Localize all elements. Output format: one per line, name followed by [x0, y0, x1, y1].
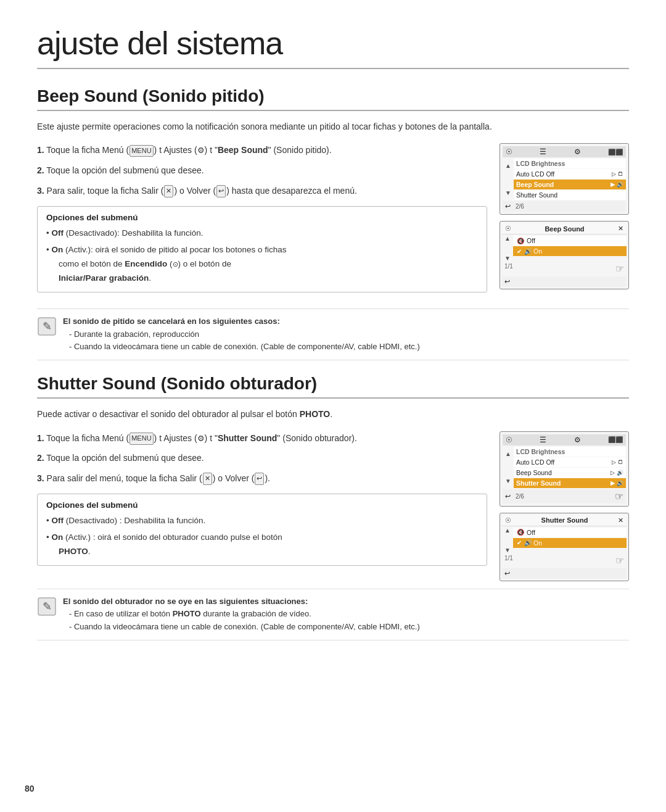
- beep-step-3: 3. Para salir, toque la ficha Salir (✕) …: [37, 184, 487, 197]
- hand-cursor-s1: ☞: [615, 491, 623, 502]
- back-icon-s: ↩: [255, 473, 264, 485]
- shutter-submenu-item-off: • Off (Desactivado) : Deshabilita la fun…: [46, 514, 478, 528]
- beep-submenu-item-off: • Off (Desactivado): Deshabilita la func…: [46, 226, 478, 241]
- beep-sound-row-s[interactable]: Beep Sound ▷ 🔊: [514, 468, 626, 478]
- beep-back-row-1: ↩ 2/6: [503, 201, 626, 212]
- check-icon: ✔: [517, 248, 522, 255]
- up-arrow-s1[interactable]: ▲: [505, 451, 511, 457]
- shutter-off-option[interactable]: 🔇 Off: [513, 528, 627, 537]
- shutter-submenu-item-on: • On (Activ.) : oirá el sonido del obtur…: [46, 531, 478, 559]
- beep-on-option[interactable]: ✔ 🔊 On: [513, 246, 627, 256]
- beep-sound-label: Beep Sound: [545, 225, 584, 233]
- shutter-count-1: 2/6: [513, 492, 527, 500]
- beep-sound-section: Beep Sound (Sonido pitido) Este ajuste p…: [37, 86, 629, 360]
- shutter-submenu-box: Opciones del submenú • Off (Desactivado)…: [37, 494, 487, 566]
- exit-icon-s: ✕: [203, 473, 212, 485]
- shutter-submenu-title: Opciones del submenú: [46, 500, 478, 510]
- page-title: ajuste del sistema: [37, 25, 629, 69]
- svg-text:✎: ✎: [43, 320, 52, 333]
- extra-icon: ⬛⬛: [608, 149, 623, 155]
- beep-ui-arrows-1: ▲ ▼: [503, 159, 514, 201]
- beep-step-1: 1. Toque la ficha Menú (MENU) t Ajustes …: [37, 143, 487, 157]
- beep-ui-arrows-2: ▲ ▼: [502, 236, 513, 262]
- beep-ui-header-1: ☉ ☰ ⚙ ⬛⬛: [503, 146, 626, 157]
- back-arrow-icon-s1: ↩: [505, 492, 511, 500]
- beep-sound-row[interactable]: Beep Sound ▶ 🔊: [514, 180, 626, 189]
- shutter-sound-steps: 1. Toque la ficha Menú (MENU) t Ajustes …: [37, 431, 487, 486]
- shutter-step-1: 1. Toque la ficha Menú (MENU) t Ajustes …: [37, 431, 487, 445]
- up-arrow-s2[interactable]: ▲: [504, 528, 511, 534]
- shutter-sound-content: 1. Toque la ficha Menú (MENU) t Ajustes …: [37, 431, 629, 581]
- shutter-note-item-2: - Cuando la videocámara tiene un cable d…: [63, 621, 420, 634]
- up-arrow-2[interactable]: ▲: [504, 236, 511, 242]
- shutter-sound-text: 1. Toque la ficha Menú (MENU) t Ajustes …: [37, 431, 487, 574]
- shutter-step-3: 3. Para salir del menú, toque la ficha S…: [37, 471, 487, 485]
- back-icon: ↩: [216, 185, 226, 197]
- lcd-brightness-row[interactable]: LCD Brightness: [514, 159, 626, 168]
- auto-lcd-off-row[interactable]: Auto LCD Off ▷ 🗒: [514, 169, 626, 179]
- off-icon: 🔇: [517, 238, 524, 244]
- shutter-sound-label: Shutter Sound: [541, 516, 588, 524]
- settings-icon-s: ⚙: [197, 434, 205, 443]
- beep-note-item-1: - Durante la grabación, reproducción: [63, 328, 420, 341]
- up-arrow[interactable]: ▲: [505, 163, 511, 169]
- check-icon-s: ✔: [517, 539, 522, 546]
- shutter-sound-screenshots: ☉ ☰ ⚙ ⬛⬛ ▲ ▼ LCD Brightness: [500, 431, 629, 581]
- close-icon-s[interactable]: ✕: [618, 516, 623, 524]
- shutter-on-option[interactable]: ✔ 🔊 On: [513, 538, 627, 548]
- down-arrow-2[interactable]: ▼: [504, 255, 511, 262]
- shutter-note-item-1: - En caso de utilizar el botón PHOTO dur…: [63, 608, 420, 621]
- shutter-ui-header-1: ☉ ☰ ⚙ ⬛⬛: [503, 434, 626, 445]
- hand-cursor-s2: ☞: [615, 555, 624, 566]
- menu-icon: MENU: [130, 145, 153, 157]
- camera-icon-s2: ☉: [505, 516, 511, 524]
- settings-tab-icon: ⚙: [574, 147, 581, 156]
- back-arrow-icon-s2: ↩: [504, 570, 510, 578]
- shutter-back-row-2: ↩: [502, 568, 627, 579]
- shutter-sound-row[interactable]: Shutter Sound: [514, 190, 626, 200]
- shutter-sound-description: Puede activar o desactivar el sonido del…: [37, 407, 629, 421]
- svg-text:✎: ✎: [43, 600, 52, 613]
- off-icon-s: 🔇: [517, 529, 524, 536]
- exit-icon: ✕: [164, 185, 173, 197]
- note-icon-s: ✎: [37, 597, 57, 616]
- shutter-note-text: El sonido del obturador no se oye en las…: [63, 595, 420, 634]
- beep-sound-content: 1. Toque la ficha Menú (MENU) t Ajustes …: [37, 143, 629, 300]
- close-icon[interactable]: ✕: [618, 225, 623, 233]
- beep-note-item-2: - Cuando la videocámara tiene un cable d…: [63, 341, 420, 354]
- shutter-note-box: ✎ El sonido del obturador no se oye en l…: [37, 589, 629, 640]
- down-arrow-s1[interactable]: ▼: [505, 478, 511, 484]
- beep-menu-rows-1: LCD Brightness Auto LCD Off ▷ 🗒 Beep Sou…: [514, 159, 626, 201]
- on-label-s: 🔊: [524, 539, 532, 546]
- shutter-submenu-header: ☉ Shutter Sound ✕: [502, 515, 627, 526]
- auto-lcd-off-row-s[interactable]: Auto LCD Off ▷ 🗒: [514, 457, 626, 467]
- note-icon: ✎: [37, 317, 57, 336]
- camera-icon: ☉: [506, 147, 512, 156]
- lcd-brightness-row-s[interactable]: LCD Brightness: [514, 447, 626, 457]
- beep-sound-text: 1. Toque la ficha Menú (MENU) t Ajustes …: [37, 143, 487, 300]
- shutter-ui-arrows-2: ▲ ▼: [502, 528, 513, 553]
- beep-submenu-title: Opciones del submenú: [46, 213, 478, 222]
- beep-note-text: El sonido de pitido se cancelará en los …: [63, 315, 420, 354]
- beep-ui-screen-2: ☉ Beep Sound ✕ ▲ ▼ 🔇 Off: [500, 221, 629, 289]
- shutter-sound-row-s[interactable]: Shutter Sound ▶ 🔊: [514, 478, 626, 488]
- beep-sound-steps: 1. Toque la ficha Menú (MENU) t Ajustes …: [37, 143, 487, 197]
- menu-icon-s: MENU: [130, 433, 153, 445]
- shutter-sound-section: Shutter Sound (Sonido obturador) Puede a…: [37, 374, 629, 640]
- beep-submenu-header: ☉ Beep Sound ✕: [502, 223, 627, 234]
- down-arrow-s2[interactable]: ▼: [504, 547, 511, 553]
- beep-sound-screenshots: ☉ ☰ ⚙ ⬛⬛ ▲ ▼ LCD Brightness: [500, 143, 629, 289]
- back-arrow-icon: ↩: [505, 202, 511, 210]
- shutter-page-count: 1/1: [504, 555, 513, 566]
- page-number: 80: [25, 784, 35, 793]
- shutter-options: 🔇 Off ✔ 🔊 On: [513, 528, 627, 553]
- shutter-ui-screen-1: ☉ ☰ ⚙ ⬛⬛ ▲ ▼ LCD Brightness: [500, 431, 629, 507]
- beep-ui-screen-1: ☉ ☰ ⚙ ⬛⬛ ▲ ▼ LCD Brightness: [500, 143, 629, 215]
- extra-icon-s: ⬛⬛: [608, 436, 623, 443]
- beep-off-option[interactable]: 🔇 Off: [513, 236, 627, 246]
- on-label: 🔊: [524, 248, 532, 255]
- beep-note-box: ✎ El sonido de pitido se cancelará en lo…: [37, 309, 629, 360]
- beep-options: 🔇 Off ✔ 🔊 On: [513, 236, 627, 262]
- beep-count-1: 2/6: [513, 202, 527, 210]
- down-arrow[interactable]: ▼: [505, 190, 511, 196]
